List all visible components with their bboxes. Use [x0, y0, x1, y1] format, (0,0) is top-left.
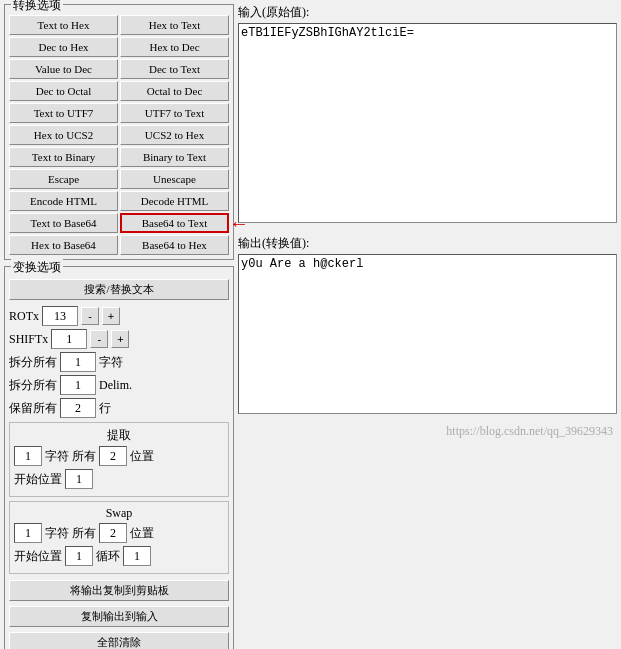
keep-all-label: 保留所有 [9, 400, 57, 417]
keep-all-input[interactable] [60, 398, 96, 418]
octal-to-dec-btn[interactable]: Octal to Dec [120, 81, 229, 101]
keep-all-unit: 行 [99, 400, 111, 417]
output-section: 输出(转换值): y0u Are a h@ckerl [238, 235, 617, 418]
swap-char-input[interactable] [14, 523, 42, 543]
watermark: https://blog.csdn.net/qq_39629343 [238, 422, 617, 441]
clear-all-btn[interactable]: 全部清除 [9, 632, 229, 649]
extract-char-input[interactable] [14, 446, 42, 466]
rotx-input[interactable] [42, 306, 78, 326]
text-to-hex-btn[interactable]: Text to Hex [9, 15, 118, 35]
conversion-group-title: 转换选项 [11, 0, 63, 14]
extract-char-label: 字符 所有 [45, 448, 96, 465]
shiftx-label: SHIFTx [9, 332, 48, 347]
shiftx-minus-btn[interactable]: - [90, 330, 108, 348]
split-all-input[interactable] [60, 352, 96, 372]
options-group-title: 变换选项 [11, 259, 63, 276]
swap-start-input[interactable] [65, 546, 93, 566]
hex-to-dec-btn[interactable]: Hex to Dec [120, 37, 229, 57]
action-buttons: 将输出复制到剪贴板 复制输出到输入 全部清除 [9, 580, 229, 649]
rotx-label: ROTx [9, 309, 39, 324]
extract-section: 提取 字符 所有 位置 开始位置 [9, 422, 229, 497]
extract-start-input[interactable] [65, 469, 93, 489]
binary-to-text-btn[interactable]: Binary to Text [120, 147, 229, 167]
split-all-label: 拆分所有 [9, 354, 57, 371]
hex-to-ucs2-btn[interactable]: Hex to UCS2 [9, 125, 118, 145]
conversion-group: 转换选项 Text to Hex Hex to Text Dec to Hex … [4, 4, 234, 260]
input-textarea[interactable]: eTB1IEFyZSBhIGhAY2tlciE= [238, 23, 617, 223]
output-label: 输出(转换值): [238, 235, 617, 252]
utf7-to-text-btn[interactable]: UTF7 to Text [120, 103, 229, 123]
text-to-utf7-btn[interactable]: Text to UTF7 [9, 103, 118, 123]
copy-to-input-btn[interactable]: 复制输出到输入 [9, 606, 229, 627]
conversion-grid: Text to Hex Hex to Text Dec to Hex Hex t… [9, 15, 229, 255]
swap-title: Swap [14, 506, 224, 521]
input-section: 输入(原始值): eTB1IEFyZSBhIGhAY2tlciE= [238, 4, 617, 227]
decode-html-btn[interactable]: Decode HTML [120, 191, 229, 211]
rotx-plus-btn[interactable]: + [102, 307, 120, 325]
input-label: 输入(原始值): [238, 4, 617, 21]
swap-section: Swap 字符 所有 位置 开始位置 循环 [9, 501, 229, 574]
base64-to-hex-btn[interactable]: Base64 to Hex [120, 235, 229, 255]
right-panel: 输入(原始值): eTB1IEFyZSBhIGhAY2tlciE= 输出(转换值… [238, 4, 617, 649]
split-all2-label: 拆分所有 [9, 377, 57, 394]
search-replace-btn[interactable]: 搜索/替换文本 [9, 279, 229, 300]
unescape-btn[interactable]: Unescape [120, 169, 229, 189]
swap-pos-label: 位置 [130, 525, 154, 542]
extract-pos-input[interactable] [99, 446, 127, 466]
swap-start-label: 开始位置 [14, 548, 62, 565]
dec-to-octal-btn[interactable]: Dec to Octal [9, 81, 118, 101]
base64-to-text-btn[interactable]: Base64 to Text ← [120, 213, 229, 233]
shiftx-input[interactable] [51, 329, 87, 349]
ucs2-to-hex-btn[interactable]: UCS2 to Hex [120, 125, 229, 145]
swap-char-label: 字符 所有 [45, 525, 96, 542]
split-all2-unit: Delim. [99, 378, 132, 393]
dec-to-hex-btn[interactable]: Dec to Hex [9, 37, 118, 57]
extract-title: 提取 [14, 427, 224, 444]
cycle-input[interactable] [123, 546, 151, 566]
split-all2-input[interactable] [60, 375, 96, 395]
options-group: 变换选项 搜索/替换文本 ROTx - + SHIFTx - + 拆分所有 [4, 266, 234, 649]
output-textarea[interactable]: y0u Are a h@ckerl [238, 254, 617, 414]
extract-pos-label: 位置 [130, 448, 154, 465]
hex-to-text-btn[interactable]: Hex to Text [120, 15, 229, 35]
shiftx-plus-btn[interactable]: + [111, 330, 129, 348]
text-to-base64-btn[interactable]: Text to Base64 [9, 213, 118, 233]
hex-to-base64-btn[interactable]: Hex to Base64 [9, 235, 118, 255]
text-to-binary-btn[interactable]: Text to Binary [9, 147, 118, 167]
escape-btn[interactable]: Escape [9, 169, 118, 189]
value-to-dec-btn[interactable]: Value to Dec [9, 59, 118, 79]
encode-html-btn[interactable]: Encode HTML [9, 191, 118, 211]
cycle-label: 循环 [96, 548, 120, 565]
extract-start-label: 开始位置 [14, 471, 62, 488]
split-all-unit: 字符 [99, 354, 123, 371]
copy-to-clipboard-btn[interactable]: 将输出复制到剪贴板 [9, 580, 229, 601]
left-panel: 转换选项 Text to Hex Hex to Text Dec to Hex … [4, 4, 234, 649]
swap-pos-input[interactable] [99, 523, 127, 543]
dec-to-text-btn[interactable]: Dec to Text [120, 59, 229, 79]
rotx-minus-btn[interactable]: - [81, 307, 99, 325]
